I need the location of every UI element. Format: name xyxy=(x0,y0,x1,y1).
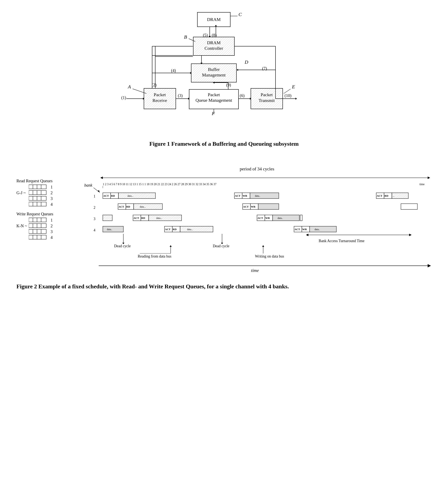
svg-text:(8): (8) xyxy=(212,33,216,38)
svg-text:data...: data... xyxy=(156,217,162,220)
svg-text:data..: data.. xyxy=(278,217,283,220)
gj-label-2: G-J ~ xyxy=(16,190,29,195)
svg-text:RD: RD xyxy=(141,216,145,220)
svg-text:WR: WR xyxy=(302,228,307,231)
svg-text:Buffer: Buffer xyxy=(208,67,220,72)
figure1-caption: Figure 1 Framework of a Buffering and Qu… xyxy=(150,140,299,148)
svg-text:(3): (3) xyxy=(178,93,183,98)
diagram1: DRAM C DRAM Controller B (5) (8) xyxy=(111,8,337,136)
write-queue-icon-1 xyxy=(29,218,47,222)
timing-svg: bank 1 2 3 4 5 6 7 8 9 10 11 12 13 1 15 … xyxy=(82,173,432,272)
svg-text:3: 3 xyxy=(94,217,96,221)
queue-num-r1: 1 xyxy=(51,185,53,190)
svg-rect-48 xyxy=(251,88,283,109)
svg-text:Packet: Packet xyxy=(208,92,220,97)
svg-marker-26 xyxy=(237,69,238,71)
svg-text:ACT: ACT xyxy=(119,205,124,208)
svg-rect-156 xyxy=(300,215,302,221)
svg-text:WR: WR xyxy=(251,205,256,208)
svg-text:Receive: Receive xyxy=(152,98,167,103)
queues-panel: Read Request Queues 1 xyxy=(16,166,74,272)
svg-rect-121 xyxy=(250,193,279,198)
svg-marker-23 xyxy=(190,72,192,74)
svg-line-52 xyxy=(284,89,290,94)
svg-rect-4 xyxy=(193,37,234,56)
svg-text:DRAM: DRAM xyxy=(207,40,220,45)
svg-text:(6): (6) xyxy=(240,93,244,98)
svg-rect-27 xyxy=(144,88,176,109)
svg-marker-106 xyxy=(98,190,100,193)
queue-num-w3: 3 xyxy=(51,229,53,234)
svg-text:ACT: ACT xyxy=(243,205,249,208)
svg-text:Queue Management: Queue Management xyxy=(196,98,232,103)
queue-num-w2: 2 xyxy=(51,224,53,228)
svg-text:(5): (5) xyxy=(203,33,208,38)
svg-text:RD: RD xyxy=(111,194,115,197)
read-queue-group: 1 G-J ~ 2 xyxy=(16,184,74,207)
svg-rect-170 xyxy=(310,226,336,232)
figure2-caption: Figure 2 Example of a fixed schedule, wi… xyxy=(16,282,432,291)
svg-text:Bank Access Turnaround Time: Bank Access Turnaround Time xyxy=(319,239,365,243)
write-queue-row-1: 1 xyxy=(16,218,74,222)
svg-text:A: A xyxy=(128,84,131,89)
svg-rect-40 xyxy=(189,89,239,109)
svg-text:Controller: Controller xyxy=(204,46,223,51)
svg-text:E: E xyxy=(292,84,295,89)
write-queue-icon-2 xyxy=(29,223,47,228)
svg-marker-67 xyxy=(200,63,202,64)
svg-rect-91 xyxy=(29,224,46,228)
svg-text:ACT: ACT xyxy=(294,228,300,231)
svg-rect-75 xyxy=(29,190,46,195)
svg-marker-58 xyxy=(296,98,297,100)
figure2-container: Read Request Queues 1 xyxy=(12,166,436,291)
svg-rect-17 xyxy=(191,64,236,82)
svg-rect-115 xyxy=(119,193,155,198)
svg-text:bank: bank xyxy=(84,183,93,187)
svg-rect-87 xyxy=(29,218,46,222)
svg-rect-140 xyxy=(258,204,279,209)
svg-rect-99 xyxy=(29,235,46,239)
queue-num-r3: 3 xyxy=(51,196,53,201)
svg-text:DRAM: DRAM xyxy=(207,17,220,22)
svg-text:data..: data.. xyxy=(315,228,320,231)
write-queue-row-3: 3 xyxy=(16,229,74,234)
svg-text:1: 1 xyxy=(94,194,96,198)
svg-text:RD: RD xyxy=(173,228,177,231)
svg-marker-181 xyxy=(170,245,172,247)
svg-text:(10): (10) xyxy=(285,93,291,98)
svg-text:time: time xyxy=(419,183,424,186)
svg-text:ACT: ACT xyxy=(103,194,109,197)
svg-rect-0 xyxy=(197,12,230,27)
write-queue-icon-3 xyxy=(29,229,47,234)
svg-text:Packet: Packet xyxy=(154,92,166,97)
queue-num-r2: 2 xyxy=(51,190,53,195)
svg-text:ACT: ACT xyxy=(235,194,240,197)
queue-num-w4: 4 xyxy=(51,235,53,240)
svg-text:(9): (9) xyxy=(226,83,231,87)
queue-num-r4: 4 xyxy=(51,202,53,207)
svg-text:ACT: ACT xyxy=(257,216,263,220)
svg-text:(4): (4) xyxy=(171,68,176,73)
svg-text:data..: data.. xyxy=(255,194,260,197)
svg-text:Writing on data bus: Writing on data bus xyxy=(255,254,284,258)
svg-text:B: B xyxy=(184,34,187,40)
svg-text:ACT: ACT xyxy=(133,216,139,220)
read-queue-row-4: 4 xyxy=(16,202,74,207)
svg-text:RD: RD xyxy=(384,194,388,197)
svg-marker-62 xyxy=(213,82,215,84)
read-queue-row-1: 1 xyxy=(16,184,74,190)
svg-rect-71 xyxy=(29,185,46,189)
svg-rect-134 xyxy=(134,204,162,209)
svg-text:D: D xyxy=(244,59,248,65)
svg-rect-79 xyxy=(29,196,46,200)
svg-text:(2): (2) xyxy=(152,83,156,87)
svg-marker-14 xyxy=(215,25,217,26)
svg-line-8 xyxy=(189,39,195,41)
svg-marker-55 xyxy=(250,98,251,100)
svg-text:(1): (1) xyxy=(121,95,126,100)
queue-num-w1: 1 xyxy=(51,218,53,222)
svg-text:Packet: Packet xyxy=(261,92,273,97)
timing-panel: period of 34 cycles bank 1 2 3 4 5 6 7 8… xyxy=(82,166,432,272)
kn-label: K-N ~ xyxy=(16,224,29,228)
svg-text:ACT: ACT xyxy=(165,228,171,231)
